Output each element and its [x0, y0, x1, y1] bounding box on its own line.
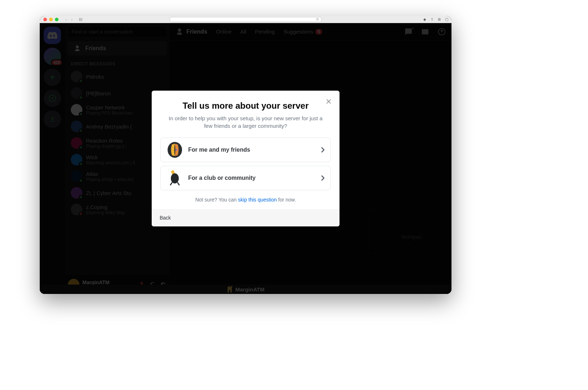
option-label: For me and my friends	[188, 147, 316, 153]
tabs-icon[interactable]: ▢	[444, 17, 449, 22]
chevron-right-icon	[321, 175, 325, 181]
back-button[interactable]: Back	[160, 215, 332, 221]
svg-point-10	[171, 173, 179, 183]
modal-overlay[interactable]: Tell us more about your server In order …	[40, 23, 451, 294]
share-icon[interactable]: ⇧	[430, 17, 434, 22]
modal-description: In order to help you with your setup, is…	[160, 114, 331, 130]
minimize-window-button[interactable]	[49, 18, 53, 21]
option-list: For me and my friends For a club or comm…	[160, 138, 331, 190]
modal-footer: Back	[152, 209, 340, 226]
close-modal-button[interactable]	[324, 97, 333, 106]
shield-icon[interactable]: ◆	[423, 17, 427, 22]
character-icon	[167, 170, 183, 186]
skip-link[interactable]: skip this question	[238, 197, 277, 203]
skip-row: Not sure? You can skip this question for…	[160, 197, 331, 203]
svg-point-8	[176, 149, 177, 151]
back-nav-button[interactable]: ‹	[64, 17, 69, 22]
url-bar[interactable]: ⟳	[170, 17, 321, 22]
maximize-window-button[interactable]	[55, 18, 59, 21]
refresh-icon[interactable]: ⟳	[316, 17, 319, 21]
option-label: For a club or community	[188, 175, 316, 181]
window-controls	[43, 18, 59, 21]
laptop-frame: ‹ › ▤ ⟳ ◆ ⇧ ⊞ ▢ 428 +	[40, 16, 451, 294]
add-tab-icon[interactable]: ⊞	[437, 17, 441, 22]
browser-chrome: ‹ › ▤ ⟳ ◆ ⇧ ⊞ ▢	[40, 16, 451, 23]
forward-nav-button[interactable]: ›	[69, 17, 74, 22]
sidebar-toggle-icon[interactable]: ▤	[78, 17, 83, 22]
discord-app: 428 + Find or start a conversation Frien…	[40, 23, 451, 294]
close-icon	[325, 98, 332, 105]
svg-point-7	[168, 142, 182, 158]
door-icon	[167, 142, 183, 158]
close-window-button[interactable]	[43, 18, 47, 21]
chevron-right-icon	[321, 147, 325, 153]
create-server-modal: Tell us more about your server In order …	[152, 91, 340, 226]
option-community[interactable]: For a club or community	[160, 166, 331, 190]
option-friends[interactable]: For me and my friends	[160, 138, 331, 162]
nav-arrows: ‹ ›	[64, 17, 74, 22]
modal-title: Tell us more about your server	[160, 101, 331, 111]
